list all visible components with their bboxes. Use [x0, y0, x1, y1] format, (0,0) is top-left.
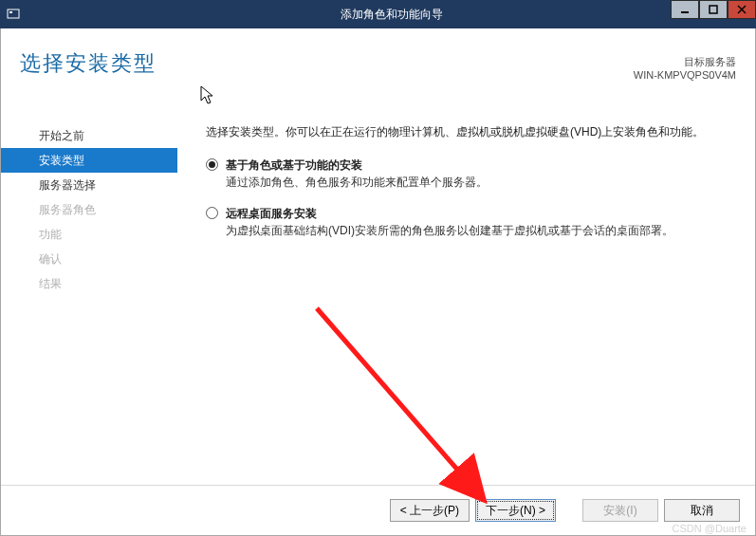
- option-remote-desktop[interactable]: 远程桌面服务安装 为虚拟桌面基础结构(VDI)安装所需的角色服务以创建基于虚拟机…: [206, 205, 727, 240]
- option-title: 远程桌面服务安装: [226, 205, 673, 222]
- app-icon: [0, 8, 27, 21]
- radio-icon[interactable]: [206, 207, 218, 219]
- main-panel: 选择安装类型。你可以在正在运行的物理计算机、虚拟机或脱机虚拟硬盘(VHD)上安装…: [177, 104, 755, 486]
- svg-rect-0: [8, 9, 19, 18]
- target-label: 目标服务器: [634, 55, 736, 69]
- option-title: 基于角色或基于功能的安装: [226, 157, 488, 174]
- header-area: 选择安装类型 目标服务器 WIN-KMPVQPS0V4M: [1, 28, 755, 104]
- target-server-name: WIN-KMPVQPS0V4M: [634, 69, 736, 81]
- option-desc: 为虚拟桌面基础结构(VDI)安装所需的角色服务以创建基于虚拟机或基于会话的桌面部…: [226, 222, 673, 240]
- sidebar-item-server-roles: 服务器角色: [1, 197, 177, 222]
- page-title: 选择安装类型: [20, 49, 157, 78]
- minimize-button[interactable]: [671, 0, 699, 19]
- window-title: 添加角色和功能向导: [27, 7, 756, 23]
- option-desc: 通过添加角色、角色服务和功能来配置单个服务器。: [226, 174, 488, 192]
- sidebar-item-server-select[interactable]: 服务器选择: [1, 173, 177, 197]
- install-button: 安装(I): [582, 499, 658, 522]
- option-role-feature[interactable]: 基于角色或基于功能的安装 通过添加角色、角色服务和功能来配置单个服务器。: [206, 157, 727, 192]
- wizard-content: 选择安装类型 目标服务器 WIN-KMPVQPS0V4M 开始之前 安装类型 服…: [0, 28, 756, 536]
- target-server-block: 目标服务器 WIN-KMPVQPS0V4M: [634, 55, 736, 81]
- next-button[interactable]: 下一步(N) >: [475, 499, 556, 522]
- body-area: 开始之前 安装类型 服务器选择 服务器角色 功能 确认 结果 选择安装类型。你可…: [1, 104, 755, 486]
- wizard-sidebar: 开始之前 安装类型 服务器选择 服务器角色 功能 确认 结果: [1, 104, 177, 486]
- svg-rect-3: [710, 6, 717, 13]
- sidebar-item-confirm: 确认: [1, 247, 177, 271]
- intro-text: 选择安装类型。你可以在正在运行的物理计算机、虚拟机或脱机虚拟硬盘(VHD)上安装…: [206, 123, 727, 141]
- sidebar-item-features: 功能: [1, 222, 177, 247]
- svg-rect-1: [9, 11, 12, 13]
- watermark: CSDN @Duarte: [673, 523, 747, 534]
- previous-button[interactable]: < 上一步(P): [390, 499, 470, 522]
- sidebar-item-install-type[interactable]: 安装类型: [1, 148, 177, 173]
- close-button[interactable]: [728, 0, 756, 19]
- window-controls: [671, 0, 756, 19]
- wizard-footer: < 上一步(P) 下一步(N) > 安装(I) 取消: [1, 485, 755, 535]
- sidebar-item-before-begin[interactable]: 开始之前: [1, 123, 177, 148]
- sidebar-item-results: 结果: [1, 271, 177, 296]
- radio-icon[interactable]: [206, 158, 218, 171]
- maximize-button[interactable]: [699, 0, 728, 19]
- cancel-button[interactable]: 取消: [664, 499, 740, 522]
- titlebar: 添加角色和功能向导: [0, 0, 756, 28]
